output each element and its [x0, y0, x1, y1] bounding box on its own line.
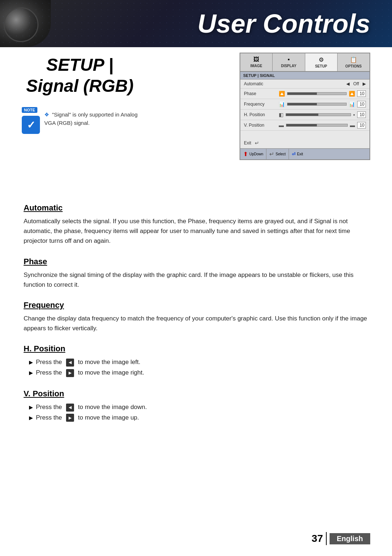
press-the-label: Press the — [36, 368, 62, 378]
osd-vpos-bar-fill — [286, 124, 317, 126]
section-frequency: Frequency Change the display data freque… — [22, 301, 370, 333]
right-arrow-button: ▶ — [66, 414, 74, 422]
image-tab-icon: 🖼 — [253, 56, 259, 63]
osd-tab-options: 📋 OPTIONS — [338, 53, 369, 71]
osd-breadcrumb: SETUP | SIGNAL — [240, 72, 369, 79]
osd-updown-icon: ⬆ — [243, 151, 248, 158]
note-badge: NOTE — [22, 107, 37, 113]
osd-select-icon: ↵ — [269, 151, 274, 158]
footer-divider — [326, 532, 327, 545]
osd-tab-image-label: IMAGE — [250, 64, 262, 68]
osd-menu-screenshot: 🖼 IMAGE ▪ DISPLAY ⚙ SETUP 📋 OPTIONS SETU… — [240, 53, 370, 160]
osd-vpos-icon2: ▬ — [350, 122, 355, 128]
section-h-position: H. Position ▶ Press the ◀ to move the im… — [22, 344, 370, 378]
heading-v-position: V. Position — [22, 389, 370, 398]
action-label: to move the image up. — [78, 413, 139, 423]
osd-hpos-bar-fill — [286, 114, 318, 116]
osd-footer: ⬆ UpDown ↵ Select ⏎ Exit — [240, 148, 369, 159]
text-phase: Synchronize the signal timing of the dis… — [24, 270, 370, 290]
press-the-label: Press the — [36, 413, 62, 423]
osd-hpos-bar — [286, 113, 351, 116]
action-label: to move the image right. — [78, 368, 144, 378]
list-item: ▶ Press the ◀ to move the image left. — [29, 357, 370, 368]
note-text: ❖ "Signal" is only supported in Analog V… — [44, 111, 138, 127]
bullet-arrow-icon: ▶ — [29, 358, 33, 367]
osd-vpos-icon: ▬ — [279, 122, 284, 128]
osd-left-arrow-icon: ◀ — [346, 81, 350, 86]
text-automatic: Automatically selects the signal. If you… — [24, 216, 370, 246]
content-area: Automatic Automatically selects the sign… — [0, 203, 392, 423]
osd-tab-display: ▪ DISPLAY — [273, 53, 305, 71]
list-item: ▶ Press the ▶ to move the image up. — [29, 413, 370, 423]
display-tab-icon: ▪ — [288, 56, 290, 63]
action-label: to move the image left. — [78, 357, 140, 368]
osd-row-hposition: H. Position ◧ ▪ 10 — [240, 110, 369, 120]
text-frequency: Change the display data frequency to mat… — [24, 314, 370, 333]
section-v-position: V. Position ▶ Press the ◀ to move the im… — [22, 389, 370, 423]
osd-exit-icon: ↵ — [255, 140, 259, 146]
osd-tab-options-label: OPTIONS — [345, 64, 362, 68]
right-arrow-button: ▶ — [66, 369, 74, 377]
note-checkmark-icon — [22, 116, 40, 134]
left-section: SETUP | Signal (RGB) NOTE ❖ "Signal" is … — [22, 54, 138, 134]
section-phase: Phase Synchronize the signal timing of t… — [22, 257, 370, 290]
note-diamond-icon: ❖ — [44, 111, 49, 118]
osd-freq-icon: 📊 — [279, 101, 285, 107]
osd-phase-icon2: 🔼 — [349, 91, 355, 97]
page-header: User Controls — [0, 0, 392, 47]
action-label: to move the image down. — [78, 402, 147, 413]
note-box: NOTE ❖ "Signal" is only supported in Ana… — [22, 107, 138, 134]
section-automatic: Automatic Automatically selects the sign… — [22, 203, 370, 246]
osd-tabs: 🖼 IMAGE ▪ DISPLAY ⚙ SETUP 📋 OPTIONS — [240, 53, 369, 72]
h-position-bullets: ▶ Press the ◀ to move the image left. ▶ … — [29, 357, 370, 378]
page-footer: 37 English — [312, 532, 370, 545]
press-the-label: Press the — [36, 402, 62, 413]
osd-row-frequency: Frequency 📊 📊 10 — [240, 99, 369, 110]
left-arrow-button: ◀ — [66, 404, 74, 412]
osd-tab-image: 🖼 IMAGE — [240, 53, 273, 71]
bullet-arrow-icon: ▶ — [29, 369, 33, 377]
osd-phase-icon: 🔼 — [279, 91, 285, 97]
osd-tab-setup: ⚙ SETUP — [305, 53, 338, 71]
osd-row-vposition: V. Position ▬ ▬ 10 — [240, 120, 369, 131]
page-number: 37 — [312, 533, 323, 544]
osd-hpos-icon2: ▪ — [353, 112, 355, 118]
osd-right-arrow-icon: ▶ — [363, 81, 366, 86]
bullet-arrow-icon: ▶ — [29, 403, 33, 412]
page-subtitle: SETUP | Signal (RGB) — [22, 54, 138, 96]
page-title: User Controls — [197, 9, 370, 38]
osd-hpos-icon: ◧ — [279, 112, 283, 118]
setup-tab-icon: ⚙ — [319, 56, 324, 63]
list-item: ▶ Press the ◀ to move the image down. — [29, 402, 370, 413]
osd-exit-footer-icon: ⏎ — [292, 152, 295, 157]
osd-exit-row: Exit ↵ — [240, 138, 369, 148]
list-item: ▶ Press the ▶ to move the image right. — [29, 368, 370, 378]
options-tab-icon: 📋 — [350, 56, 357, 63]
osd-phase-bar-fill — [287, 93, 317, 95]
osd-spacer — [240, 131, 369, 138]
osd-freq-bar — [287, 103, 347, 106]
press-the-label: Press the — [36, 357, 62, 368]
left-arrow-button: ◀ — [66, 359, 74, 367]
osd-vpos-bar — [286, 124, 348, 127]
osd-footer-updown: ⬆ UpDown — [240, 149, 266, 159]
bullet-arrow-icon: ▶ — [29, 414, 33, 422]
heading-automatic: Automatic — [22, 203, 370, 213]
osd-footer-exit: ⏎ Exit — [289, 149, 306, 159]
heading-h-position: H. Position — [22, 344, 370, 353]
osd-phase-bar — [287, 92, 347, 95]
osd-tab-setup-label: SETUP — [315, 64, 327, 68]
osd-freq-bar-fill — [287, 103, 317, 105]
osd-row-phase: Phase 🔼 🔼 10 — [240, 89, 369, 99]
osd-footer-select: ↵ Select — [266, 149, 289, 159]
heading-frequency: Frequency — [22, 301, 370, 310]
v-position-bullets: ▶ Press the ◀ to move the image down. ▶ … — [29, 402, 370, 423]
heading-phase: Phase — [22, 257, 370, 266]
osd-tab-display-label: DISPLAY — [281, 64, 296, 68]
osd-row-automatic: Automatic ◀ Off ▶ — [240, 79, 369, 89]
footer-language: English — [330, 533, 370, 544]
osd-freq-icon2: 📊 — [349, 101, 355, 107]
